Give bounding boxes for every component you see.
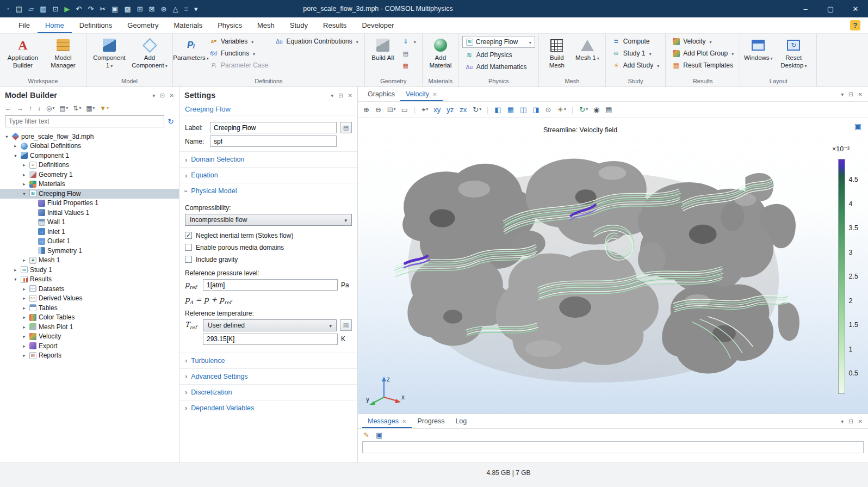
tree-caret-icon[interactable]: ▸	[21, 343, 27, 349]
show-name-button[interactable]	[340, 122, 352, 133]
tab-messages[interactable]: Messages ✕	[362, 414, 412, 428]
tree-caret-icon[interactable]: ▾	[13, 153, 18, 158]
refresh-icon[interactable]: ↻	[168, 117, 174, 126]
tree-item[interactable]: ▸ Color Tables	[0, 313, 179, 323]
tree-item[interactable]: ▾ Creeping Flow	[0, 189, 179, 199]
tree-caret-icon[interactable]: ▾	[21, 191, 27, 196]
checkbox-row[interactable]: Enable porous media domains	[185, 242, 352, 253]
tree-filter-input[interactable]	[5, 115, 164, 127]
tree-caret-icon[interactable]: ▸	[21, 334, 27, 339]
menu-item[interactable]: Mesh	[250, 17, 282, 33]
add-mathematics-button[interactable]: Add Mathematics	[462, 61, 535, 73]
section-dependent-variables[interactable]: Dependent Variables	[179, 400, 357, 416]
tree-caret-icon[interactable]: ▸	[21, 181, 27, 187]
section-physical-model[interactable]: Physical Model	[179, 183, 357, 199]
menu-item[interactable]: Geometry	[120, 17, 166, 33]
tree-caret-icon[interactable]: ▸	[21, 172, 27, 177]
tree-item[interactable]: ▸ Global Definitions	[0, 141, 179, 151]
reference-temperature-input[interactable]	[203, 334, 338, 345]
tree-item[interactable]: ▸ Definitions	[0, 161, 179, 170]
menu-item[interactable]: Materials	[166, 17, 210, 33]
tree-caret-icon[interactable]: ▾	[13, 276, 18, 282]
reference-temperature-select[interactable]: User defined	[203, 319, 337, 331]
tree-caret-icon[interactable]: ▸	[21, 257, 27, 263]
tree-item[interactable]: Outlet 1	[0, 237, 179, 246]
tree-caret-icon[interactable]: ▾	[4, 134, 10, 139]
mesh1-button[interactable]: Mesh 1	[573, 35, 602, 62]
tree-item[interactable]: Symmetry 1	[0, 246, 179, 256]
menu-item[interactable]: Definitions	[72, 17, 120, 33]
component-button[interactable]: Component 1	[90, 35, 129, 70]
add-material-button[interactable]: Add Material	[426, 35, 455, 70]
tree-item[interactable]: Wall 1	[0, 218, 179, 227]
geometry-import-button[interactable]	[399, 35, 419, 47]
section-discretization[interactable]: Discretization	[179, 384, 357, 400]
add-physics-button[interactable]: Add Physics	[462, 49, 535, 61]
functions-button[interactable]: Functions	[207, 47, 271, 59]
menu-item[interactable]: Developer	[354, 17, 401, 33]
tab-progress[interactable]: Progress	[412, 414, 450, 428]
equation-contributions-button[interactable]: Equation Contributions	[272, 35, 361, 47]
tree-caret-icon[interactable]: ▸	[21, 162, 27, 168]
tree-item[interactable]: ▾ pore_scale_flow_3d.mph	[0, 132, 179, 141]
tab-graphics[interactable]: Graphics	[362, 87, 400, 101]
plot-properties-icon[interactable]: ▣	[854, 122, 861, 131]
add-study-button[interactable]: Add Study	[609, 59, 662, 71]
menu-item[interactable]: Results	[315, 17, 354, 33]
tree-caret-icon[interactable]: ▸	[13, 143, 18, 149]
menu-item[interactable]: Physics	[210, 17, 250, 33]
result-templates-button[interactable]: Result Templates	[669, 59, 736, 71]
checkbox[interactable]	[185, 232, 192, 239]
menu-item[interactable]: Home	[38, 17, 72, 33]
windows-button[interactable]: Windows	[743, 35, 773, 62]
build-all-button[interactable]: Build All	[368, 35, 398, 62]
temperature-options-button[interactable]	[340, 319, 352, 331]
tab-log[interactable]: Log	[450, 414, 472, 428]
menu-item[interactable]: Study	[282, 17, 315, 33]
checkbox[interactable]	[185, 256, 192, 263]
help-button[interactable]: ?	[850, 20, 860, 30]
model-manager-button[interactable]: Model Manager	[44, 35, 83, 70]
graphics-view[interactable]: Streamline: Velocity field ▣	[358, 118, 868, 414]
tree-item[interactable]: ▸ Study 1	[0, 265, 179, 275]
study1-button[interactable]: Study 1	[609, 47, 662, 59]
section-turbulence[interactable]: Turbulence	[179, 353, 357, 368]
variables-button[interactable]: Variables	[207, 35, 271, 47]
close-tab-icon[interactable]: ✕	[432, 91, 437, 97]
reset-desktop-button[interactable]: Reset Desktop	[774, 35, 813, 70]
reference-pressure-input[interactable]	[203, 279, 338, 291]
tree-caret-icon[interactable]: ▸	[21, 295, 27, 301]
tree-caret-icon[interactable]: ▸	[13, 267, 18, 273]
tree-item[interactable]: Inlet 1	[0, 227, 179, 237]
close-tab-icon[interactable]: ✕	[402, 418, 406, 424]
tree-item[interactable]: ▸ Mesh 1	[0, 256, 179, 266]
tree-item[interactable]: Initial Values 1	[0, 208, 179, 218]
tree-item[interactable]: ▸ Velocity	[0, 332, 179, 342]
tree-item[interactable]: ▸ Tables	[0, 303, 179, 313]
tree-caret-icon[interactable]: ▸	[21, 324, 27, 330]
checkbox-row[interactable]: Neglect inertial term (Stokes flow)	[185, 230, 352, 241]
messages-content[interactable]	[362, 441, 864, 453]
geometry-parts-button[interactable]	[399, 59, 419, 71]
section-domain-selection[interactable]: Domain Selection	[179, 151, 357, 167]
tree-item[interactable]: ▾ Results	[0, 275, 179, 285]
parameter-case-button[interactable]: Parameter Case	[207, 59, 271, 71]
insert-sequence-button[interactable]	[399, 47, 419, 59]
section-advanced-settings[interactable]: Advanced Settings	[179, 368, 357, 384]
menu-item[interactable]: File	[11, 17, 38, 33]
velocity-plot-button[interactable]: Velocity	[669, 35, 736, 47]
parameters-button[interactable]: Parameters	[176, 35, 206, 62]
name-input[interactable]	[210, 135, 337, 147]
tree-caret-icon[interactable]: ▸	[21, 305, 27, 311]
compute-button[interactable]: Compute	[609, 35, 662, 47]
tab-velocity[interactable]: Velocity ✕	[400, 87, 442, 101]
tree-caret-icon[interactable]: ▸	[21, 353, 27, 358]
tree-item[interactable]: ▸ Mesh Plot 1	[0, 322, 179, 332]
application-builder-button[interactable]: Application Builder	[3, 35, 42, 70]
build-mesh-button[interactable]: Build Mesh	[542, 35, 572, 70]
tree-item[interactable]: ▸ Geometry 1	[0, 170, 179, 180]
tree-item[interactable]: ▸ Derived Values	[0, 294, 179, 304]
label-input[interactable]	[210, 122, 337, 133]
tree-caret-icon[interactable]: ▸	[21, 315, 27, 320]
checkbox-row[interactable]: Include gravity	[185, 254, 352, 265]
